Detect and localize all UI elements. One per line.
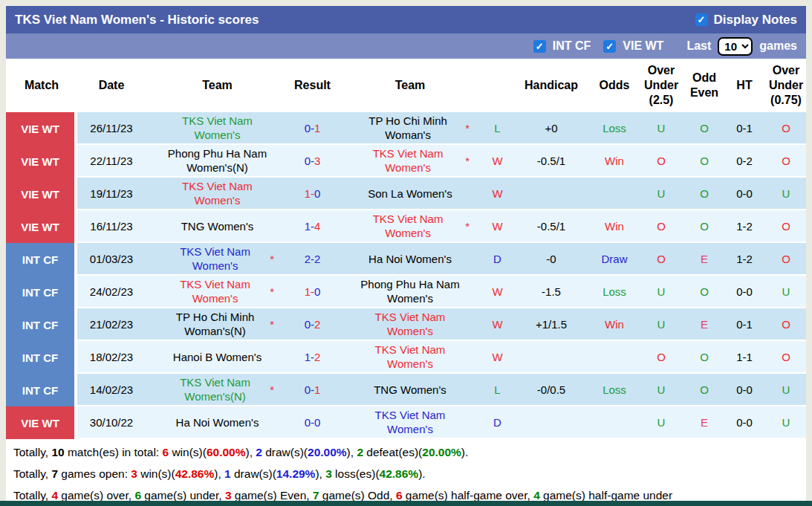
odds-result <box>592 341 637 374</box>
ht-score: 1-2 <box>723 243 766 276</box>
team-name: Ha Noi Women's <box>176 415 259 429</box>
team-cell: Hanoi B Women's <box>146 341 289 374</box>
odds-result: Win <box>592 210 637 243</box>
display-notes-checkbox[interactable] <box>695 13 708 26</box>
outcome-letter: W <box>484 210 510 243</box>
odd-even: O <box>686 112 723 145</box>
summary-segment: win(s)( <box>137 467 175 480</box>
outcome-letter: L <box>484 112 510 145</box>
score: 1-0 <box>289 178 336 210</box>
table-row: INT CF21/02/23TP Ho Chi Minh Woman's(N)*… <box>6 308 806 341</box>
league-badge: INT CF <box>6 243 77 276</box>
summary-segment: 7 <box>313 489 319 502</box>
score: 0-0 <box>289 406 336 439</box>
team-cell: TKS Viet Nam Women's* <box>146 276 289 308</box>
team-name: TP Ho Chi Minh Woman's <box>351 114 465 142</box>
summary-segment: defeat(es)( <box>363 446 422 458</box>
summary-segment: draw(s)( <box>262 446 308 458</box>
odds-result <box>592 406 637 439</box>
team-star-marker: * <box>270 285 274 299</box>
table-row: INT CF14/02/23TKS Viet Nam Women's(N)*0-… <box>6 374 806 406</box>
over-under-0-75: O <box>766 145 806 178</box>
match-date: 30/10/22 <box>77 406 146 439</box>
team-name: TKS Viet Nam Women's <box>160 179 274 207</box>
home-score: 0- <box>305 317 314 331</box>
int-cf-checkbox[interactable] <box>533 40 546 53</box>
home-score: 0- <box>305 383 314 397</box>
over-under-2-5: O <box>637 210 686 243</box>
over-under-2-5: U <box>637 406 686 439</box>
match-date: 19/11/23 <box>77 178 146 210</box>
team-cell: TKS Viet Nam Women's <box>336 308 484 341</box>
team-cell: TKS Viet Nam Women's* <box>336 210 484 243</box>
home-score: 2- <box>305 252 314 266</box>
match-date: 14/02/23 <box>77 374 146 406</box>
away-score: 3 <box>314 154 320 168</box>
odds-result: Loss <box>592 374 637 406</box>
team-star-marker: * <box>270 317 274 331</box>
odd-even: O <box>686 341 723 374</box>
team-name: Phong Phu Ha Nam Women's <box>351 277 470 305</box>
handicap: +1/1.5 <box>510 308 592 341</box>
league-badge: VIE WT <box>6 145 77 178</box>
vie-wt-checkbox[interactable] <box>603 40 616 53</box>
table-header-row: MatchDateTeamResultTeamHandicapOddsOver … <box>6 59 806 112</box>
over-under-0-75: U <box>766 374 806 406</box>
over-under-2-5: O <box>637 145 686 178</box>
over-under-0-75: U <box>766 178 806 210</box>
outcome-letter: D <box>484 243 510 276</box>
summary-segment: 6 <box>396 489 403 502</box>
away-score: 0 <box>314 186 320 201</box>
summary-segment: 14.29% <box>276 467 316 480</box>
summary-segment: Totally, <box>13 467 51 480</box>
over-under-2-5: O <box>637 341 686 374</box>
column-header-over-under-2-5: Over Under (2.5) <box>637 59 686 112</box>
summary-segment: ). <box>418 467 425 480</box>
team-star-marker: * <box>465 121 470 135</box>
handicap <box>510 341 592 374</box>
table-row: VIE WT19/11/23TKS Viet Nam Women's1-0Son… <box>6 178 806 210</box>
table-row: INT CF24/02/23TKS Viet Nam Women's*1-0Ph… <box>6 276 806 308</box>
odd-even: E <box>686 243 723 276</box>
over-under-0-75: U <box>766 406 806 439</box>
column-header-odd-even: Odd Even <box>686 59 723 112</box>
away-score: 2 <box>314 252 320 266</box>
away-score: 2 <box>314 317 320 331</box>
handicap <box>510 406 592 439</box>
column-header-odds: Odds <box>592 59 637 112</box>
match-date: 24/02/23 <box>77 276 146 308</box>
column-header-match: Match <box>6 59 77 112</box>
over-under-2-5: U <box>637 112 686 145</box>
summary-segment: 3 <box>131 467 137 480</box>
odds-result: Draw <box>592 243 637 276</box>
home-score: 0- <box>305 121 314 135</box>
handicap: -0.5/1 <box>510 145 592 178</box>
league-badge: INT CF <box>6 374 77 406</box>
last-games-select[interactable]: 10 <box>718 37 753 56</box>
summary-segment: 42.86% <box>175 467 215 480</box>
column-header-ht: HT <box>723 59 766 112</box>
page-title: TKS Viet Nam Women's - Historic scores <box>15 13 695 27</box>
odd-even: O <box>686 374 723 406</box>
odd-even: O <box>686 145 723 178</box>
summary-segment: 20.00% <box>422 446 461 458</box>
summary-segment: match(es) in total: <box>65 446 163 458</box>
ht-score: 0-0 <box>723 374 766 406</box>
home-score: 1- <box>305 186 314 201</box>
column-header-result: Result <box>289 59 336 112</box>
ht-score: 1-2 <box>723 210 766 243</box>
summary-segment: ), <box>214 467 224 480</box>
column-header-over-under-0-75: Over Under (0.75) <box>766 59 806 112</box>
over-under-2-5: U <box>637 178 686 210</box>
league-badge: INT CF <box>6 276 77 308</box>
ht-score: 0-0 <box>723 178 766 210</box>
summary-segment: draw(s)( <box>231 467 276 480</box>
column-header-team-home: Team <box>146 59 289 112</box>
team-star-marker: * <box>465 219 470 233</box>
score: 1-0 <box>289 276 336 308</box>
team-cell: Ha Noi Women's <box>336 243 484 276</box>
odd-even: E <box>686 406 723 439</box>
outcome-letter: L <box>484 374 510 406</box>
summary-segment: 2 <box>357 446 363 458</box>
summary-segment: game(s) half-game over, <box>403 489 534 502</box>
